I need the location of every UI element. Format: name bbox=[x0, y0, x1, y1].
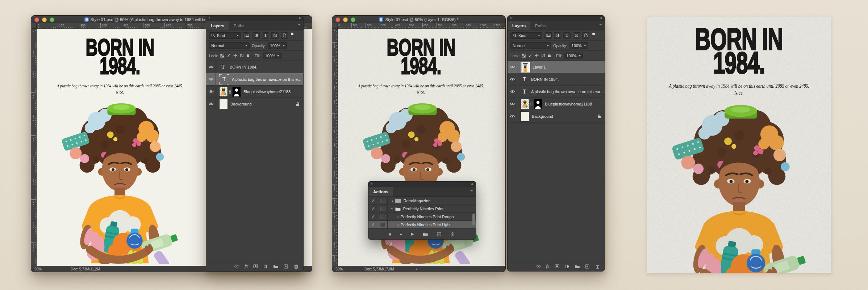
tab-layers[interactable]: Layers bbox=[206, 21, 229, 30]
action-set-row[interactable]: ✓ › RetroMagazine bbox=[368, 197, 476, 205]
zoom-window-button[interactable] bbox=[351, 17, 355, 22]
layer-row-text[interactable]: T BORN IN 1984. bbox=[508, 73, 605, 86]
visibility-toggle[interactable] bbox=[508, 61, 517, 73]
tab-actions[interactable]: Actions bbox=[368, 187, 393, 196]
lock-all-icon[interactable] bbox=[548, 54, 551, 58]
new-layer-icon[interactable] bbox=[585, 264, 590, 269]
include-checkbox[interactable]: ✓ bbox=[368, 197, 378, 204]
opacity-value-dropdown[interactable]: 100% bbox=[569, 42, 588, 49]
link-layers-icon[interactable] bbox=[536, 264, 541, 269]
filter-shape-layers-icon[interactable] bbox=[573, 32, 580, 39]
collapse-panel-icon[interactable]: « bbox=[600, 16, 602, 21]
mask-link-icon[interactable] bbox=[229, 90, 231, 94]
tab-paths[interactable]: Paths bbox=[530, 21, 550, 30]
close-window-button[interactable] bbox=[335, 17, 340, 22]
new-layer-icon[interactable] bbox=[283, 264, 288, 269]
fill-value-dropdown[interactable]: 100% bbox=[564, 53, 583, 59]
blend-mode-dropdown[interactable]: Normal bbox=[510, 42, 551, 49]
lock-pixels-brush-icon[interactable] bbox=[227, 54, 231, 58]
opacity-value-dropdown[interactable]: 100% bbox=[268, 42, 287, 49]
layer-mask-thumbnail[interactable] bbox=[232, 87, 241, 97]
zoom-window-button[interactable] bbox=[50, 17, 54, 22]
panel-menu-icon[interactable]: ≡ bbox=[600, 23, 602, 27]
visibility-toggle[interactable] bbox=[508, 110, 517, 122]
collapse-panel-icon[interactable]: « bbox=[299, 16, 301, 21]
blend-mode-dropdown[interactable]: Normal bbox=[209, 42, 250, 49]
disclosure-icon[interactable]: › bbox=[397, 223, 399, 227]
action-row-selected[interactable]: ✓ › Perfectly Nineties Print Light bbox=[368, 221, 476, 229]
disclosure-icon[interactable]: › bbox=[392, 199, 393, 203]
panel-menu-icon[interactable]: ≡ bbox=[471, 189, 473, 193]
new-action-icon[interactable] bbox=[437, 232, 442, 236]
fill-value-dropdown[interactable]: 100% bbox=[263, 53, 281, 59]
include-checkbox[interactable]: ✓ bbox=[368, 213, 378, 220]
filter-type-layers-icon[interactable]: T bbox=[262, 32, 269, 39]
filter-pixel-layers-icon[interactable] bbox=[243, 32, 250, 39]
action-set-row-expanded[interactable]: ✓ › Perfectly Nineties Print bbox=[368, 205, 476, 213]
filter-smart-object-icon[interactable] bbox=[582, 32, 589, 39]
zoom-level[interactable]: 50% bbox=[332, 267, 354, 271]
disclosure-icon[interactable]: › bbox=[397, 215, 399, 219]
layer-row-text[interactable]: T BORN IN 1984. bbox=[206, 61, 303, 73]
status-chevron-icon[interactable]: › bbox=[133, 267, 134, 271]
visibility-toggle[interactable] bbox=[508, 86, 517, 98]
add-layer-mask-icon[interactable] bbox=[253, 264, 258, 269]
visibility-toggle[interactable] bbox=[508, 73, 517, 85]
lock-artboard-icon[interactable] bbox=[240, 54, 244, 58]
tab-paths[interactable]: Paths bbox=[229, 21, 249, 30]
filter-adjustment-layers-icon[interactable] bbox=[253, 32, 260, 39]
layer-row-background[interactable]: Background bbox=[508, 110, 605, 123]
lock-artboard-icon[interactable] bbox=[541, 54, 545, 58]
new-group-folder-icon[interactable] bbox=[575, 264, 580, 269]
layer-mask-thumbnail[interactable] bbox=[534, 99, 542, 109]
mask-link-icon[interactable] bbox=[530, 102, 533, 106]
filter-smart-object-icon[interactable] bbox=[281, 32, 288, 39]
zoom-level[interactable]: 50% bbox=[31, 267, 53, 271]
window2-titlebar[interactable]: Style 01.psd @ 50% (Layer 1, RGB/8) * bbox=[332, 16, 505, 24]
delete-layer-trash-icon[interactable] bbox=[595, 264, 600, 269]
background-thumbnail[interactable] bbox=[219, 99, 228, 109]
tab-layers[interactable]: Layers bbox=[508, 21, 530, 30]
dialog-toggle[interactable] bbox=[378, 197, 388, 204]
lock-position-move-icon[interactable] bbox=[535, 54, 539, 58]
background-thumbnail[interactable] bbox=[521, 111, 529, 121]
filter-kind-dropdown[interactable]: Kind bbox=[209, 32, 241, 39]
close-window-button[interactable] bbox=[34, 17, 39, 22]
vertical-ruler[interactable]: 01002003004005006007008009001000 bbox=[31, 28, 37, 266]
action-row[interactable]: ✓ › Perfectly Nineties Print Rough bbox=[368, 213, 476, 221]
status-chevron-icon[interactable]: › bbox=[416, 267, 417, 271]
close-panel-icon[interactable]: × bbox=[371, 182, 373, 187]
scrollbar-thumb[interactable] bbox=[472, 214, 475, 225]
lock-all-icon[interactable] bbox=[246, 54, 250, 58]
filter-toggle-icon[interactable] bbox=[291, 33, 293, 35]
add-layer-mask-icon[interactable] bbox=[554, 264, 559, 269]
layer-row-layer1-selected[interactable]: Layer 1 bbox=[508, 61, 605, 73]
visibility-toggle[interactable] bbox=[206, 98, 216, 110]
dialog-toggle[interactable] bbox=[378, 205, 388, 212]
layer-thumbnail[interactable] bbox=[521, 99, 529, 109]
new-action-set-folder-icon[interactable] bbox=[423, 232, 428, 236]
layer-row-text[interactable]: T A plastic bag thrown awa...e on this e… bbox=[508, 86, 605, 98]
lock-transparency-icon[interactable] bbox=[522, 54, 526, 58]
include-checkbox[interactable]: ✓ bbox=[368, 221, 378, 228]
filter-shape-layers-icon[interactable] bbox=[271, 32, 279, 39]
filter-kind-dropdown[interactable]: Kind bbox=[510, 32, 542, 39]
lock-transparency-icon[interactable] bbox=[220, 54, 224, 58]
minimize-window-button[interactable] bbox=[343, 17, 348, 22]
stop-playing-icon[interactable]: ■ bbox=[389, 232, 391, 236]
new-adjustment-layer-icon[interactable] bbox=[263, 264, 268, 269]
begin-recording-icon[interactable]: ● bbox=[400, 232, 402, 236]
delete-action-trash-icon[interactable] bbox=[450, 232, 455, 236]
new-group-folder-icon[interactable] bbox=[273, 264, 278, 269]
layer-lock-icon[interactable] bbox=[296, 102, 300, 106]
dialog-toggle[interactable] bbox=[378, 213, 388, 220]
layer-thumbnail[interactable] bbox=[219, 87, 228, 97]
delete-layer-trash-icon[interactable] bbox=[293, 264, 299, 269]
filter-pixel-layers-icon[interactable] bbox=[544, 32, 552, 39]
visibility-toggle[interactable] bbox=[206, 86, 216, 98]
close-panel-icon[interactable]: × bbox=[208, 16, 210, 21]
dialog-toggle[interactable] bbox=[378, 221, 388, 228]
lock-pixels-brush-icon[interactable] bbox=[528, 54, 532, 58]
filter-toggle-icon[interactable] bbox=[592, 33, 595, 35]
minimize-window-button[interactable] bbox=[42, 17, 47, 22]
